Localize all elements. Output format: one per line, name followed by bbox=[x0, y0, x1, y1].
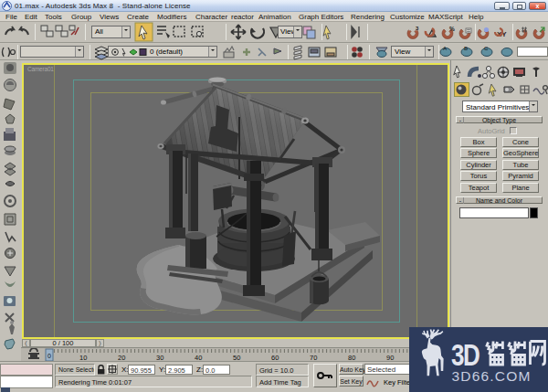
svg-text:%: % bbox=[449, 26, 455, 32]
svg-text:3D: 3D bbox=[451, 338, 480, 372]
svg-text:C: C bbox=[484, 46, 489, 51]
svg-text:B: B bbox=[464, 46, 468, 51]
svg-text:A: A bbox=[443, 46, 447, 51]
svg-text:3D66.COM: 3D66.COM bbox=[452, 368, 532, 384]
svg-text:3: 3 bbox=[416, 26, 419, 31]
svg-text:0: 0 bbox=[47, 353, 51, 359]
